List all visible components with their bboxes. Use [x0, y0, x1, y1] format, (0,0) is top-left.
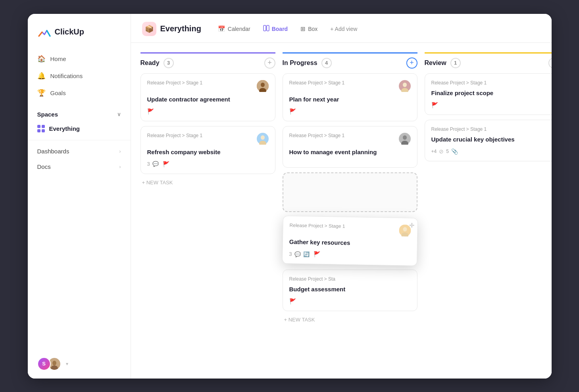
- new-task-ready-label: + NEW TASK: [142, 180, 173, 185]
- card-project-6: Release Project > Sta: [289, 276, 335, 282]
- column-title-in-progress: In Progress: [283, 59, 317, 67]
- task-card-6[interactable]: Release Project > Sta Budget assessment …: [283, 270, 417, 311]
- card-footer-6: 🚩: [289, 298, 411, 304]
- sidebar-group: Dashboards › Docs ›: [28, 140, 131, 178]
- sidebar-item-everything[interactable]: Everything: [28, 121, 131, 137]
- card-meta-circle-icon: ⊘: [439, 148, 444, 155]
- avatar-stack: S: [37, 357, 61, 371]
- svg-point-6: [261, 82, 265, 87]
- card-header-3: Release Project > Stage 1: [289, 80, 411, 92]
- card-footer-3: 🚩: [289, 108, 411, 115]
- card-title-1: Update contractor agreement: [147, 95, 269, 103]
- board-tab-icon: [263, 25, 269, 33]
- svg-point-1: [52, 361, 56, 365]
- main-content: 📦 Everything 📅 Calendar Board: [131, 14, 552, 379]
- card-project-1: Release Project > Stage 1: [147, 80, 203, 86]
- tab-calendar-label: Calendar: [228, 26, 250, 32]
- svg-point-12: [403, 82, 407, 87]
- card-title-4: How to manage event planning: [289, 148, 411, 156]
- sidebar-item-goals[interactable]: 🏆 Goals: [28, 84, 131, 101]
- card-title-2: Refresh company website: [147, 148, 269, 156]
- column-in-progress: In Progress 4 + Release Project > Stage …: [283, 52, 417, 327]
- card-title-3: Plan for next year: [289, 95, 411, 103]
- card-title-8: Update crucial key objectives: [431, 135, 552, 143]
- card-footer-7: 🚩: [431, 102, 552, 108]
- flag-icon-1: 🚩: [147, 108, 154, 115]
- column-title-review: Review: [425, 59, 446, 67]
- column-header-review: Review 1 +: [425, 52, 552, 73]
- sidebar-nav-label-home: Home: [50, 55, 66, 62]
- sidebar: ClickUp 🏠 Home 🔔 Notifications 🏆 Goals S…: [28, 14, 131, 379]
- card-avatar-4: [399, 133, 411, 145]
- avatar-s-label: S: [42, 361, 46, 367]
- column-header-ready: Ready 3 +: [140, 52, 275, 73]
- sidebar-footer: S ▾: [28, 349, 131, 379]
- add-view-button[interactable]: + Add view: [325, 23, 363, 35]
- dragging-card-wrapper: ✛ Release Project > Stage 1: [283, 217, 417, 265]
- tab-board[interactable]: Board: [258, 22, 293, 35]
- tab-box[interactable]: ⊞ Box: [295, 23, 323, 35]
- card-meta-5: 3 💬 🔄: [289, 250, 309, 257]
- sidebar-nav-label-goals: Goals: [50, 90, 66, 96]
- card-footer-5: 3 💬 🔄 🚩: [289, 250, 410, 259]
- sidebar-item-notifications[interactable]: 🔔 Notifications: [28, 67, 131, 84]
- app-container: ClickUp 🏠 Home 🔔 Notifications 🏆 Goals S…: [28, 14, 552, 379]
- column-add-in-progress[interactable]: +: [406, 57, 417, 69]
- page-title: Everything: [160, 24, 201, 33]
- new-task-in-progress-label: + NEW TASK: [284, 317, 315, 323]
- spaces-header[interactable]: Spaces ∨: [37, 111, 121, 118]
- task-card-4[interactable]: Release Project > Stage 1 How to manage …: [283, 126, 417, 168]
- board-icon-svg: [263, 25, 269, 31]
- task-card-3[interactable]: Release Project > Stage 1 Plan for next …: [283, 73, 417, 121]
- column-title-group-in-progress: In Progress 4: [283, 58, 332, 68]
- task-card-8[interactable]: Release Project > Stage 1 Update crucial…: [425, 120, 552, 161]
- new-task-ready[interactable]: + NEW TASK: [140, 176, 275, 189]
- calendar-tab-icon: 📅: [218, 25, 225, 33]
- sidebar-item-docs[interactable]: Docs ›: [28, 159, 131, 174]
- comment-icon-5: 💬: [294, 251, 300, 257]
- column-count-review: 1: [450, 58, 461, 68]
- svg-point-15: [403, 135, 407, 140]
- task-card-5[interactable]: ✛ Release Project > Stage 1: [282, 216, 417, 266]
- card-footer-2: 3 💬 🚩: [147, 161, 269, 167]
- task-card-2[interactable]: Release Project > Stage 1 Refresh compan…: [140, 126, 275, 174]
- new-task-in-progress[interactable]: + NEW TASK: [283, 313, 417, 327]
- svg-rect-4: [267, 25, 269, 31]
- cards-in-progress: Release Project > Stage 1 Plan for next …: [283, 73, 417, 311]
- task-card-7[interactable]: Release Project > Stage 1 Finalize proje…: [425, 73, 552, 115]
- sidebar-item-home[interactable]: 🏠 Home: [28, 50, 131, 67]
- drag-handle-icon[interactable]: ✛: [409, 221, 414, 229]
- card-title-6: Budget assessment: [289, 285, 411, 293]
- column-review: Review 1 + Release Project > Stage 1 Fin…: [425, 52, 552, 161]
- logo-area: ClickUp: [28, 14, 131, 49]
- column-title-group-ready: Ready 3: [140, 58, 174, 68]
- card-meta-5: 5: [446, 149, 449, 154]
- flag-icon-6: 🚩: [289, 298, 296, 304]
- tab-board-label: Board: [272, 26, 288, 32]
- topbar-tabs: 📅 Calendar Board ⊞ Box: [212, 22, 363, 35]
- card-header-6: Release Project > Sta: [289, 276, 411, 282]
- card-header-5: Release Project > Stage 1: [289, 222, 411, 236]
- card-meta-plus4: +4: [431, 149, 437, 154]
- card-avatar-3: [399, 80, 411, 92]
- sidebar-item-dashboards[interactable]: Dashboards ›: [28, 143, 131, 159]
- column-add-ready[interactable]: +: [264, 57, 275, 69]
- everything-icon: [37, 125, 45, 133]
- view-cube-icon: 📦: [142, 22, 156, 36]
- column-add-review[interactable]: +: [548, 57, 552, 69]
- refresh-icon-5: 🔄: [303, 251, 309, 257]
- cards-review: Release Project > Stage 1 Finalize proje…: [425, 73, 552, 161]
- column-count-ready: 3: [164, 58, 174, 68]
- card-footer-8: +4 ⊘ 5 📎: [431, 148, 552, 155]
- sidebar-nav-label-notifications: Notifications: [50, 73, 83, 79]
- task-card-placeholder: [283, 172, 417, 212]
- task-card-1[interactable]: Release Project > Stage 1 Update contrac…: [140, 73, 275, 121]
- flag-icon-5: 🚩: [313, 251, 320, 257]
- footer-chevron[interactable]: ▾: [66, 361, 68, 367]
- card-header-2: Release Project > Stage 1: [147, 133, 269, 145]
- column-title-ready: Ready: [140, 59, 160, 67]
- spaces-chevron: ∨: [117, 111, 121, 117]
- tab-calendar[interactable]: 📅 Calendar: [212, 23, 256, 35]
- card-project-2: Release Project > Stage 1: [147, 133, 203, 138]
- avatar-face-2: [257, 133, 269, 145]
